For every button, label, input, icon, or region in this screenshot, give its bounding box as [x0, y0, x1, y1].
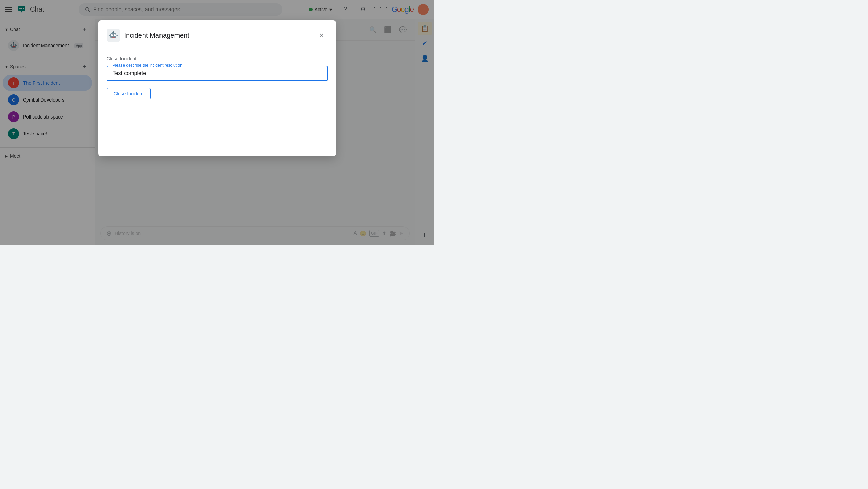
- modal-section-title: Close Incident: [107, 56, 328, 61]
- modal-header: Incident Management ✕: [107, 29, 328, 48]
- svg-rect-21: [116, 35, 118, 36]
- incident-management-modal: Incident Management ✕ Close Incident Ple…: [98, 20, 336, 156]
- svg-rect-17: [112, 37, 115, 38]
- modal-input-wrapper: Please describe the incident resolution: [107, 66, 328, 81]
- modal-overlay[interactable]: Incident Management ✕ Close Incident Ple…: [0, 0, 434, 244]
- svg-point-19: [113, 31, 114, 33]
- incident-resolution-input[interactable]: [113, 70, 322, 76]
- modal-title: Incident Management: [124, 32, 312, 39]
- close-incident-button[interactable]: Close Incident: [107, 88, 151, 99]
- modal-close-button[interactable]: ✕: [316, 29, 328, 41]
- svg-rect-16: [114, 34, 116, 36]
- svg-rect-20: [109, 35, 110, 36]
- modal-robot-icon: [107, 29, 120, 42]
- modal-body: Close Incident Please describe the incid…: [107, 56, 328, 99]
- modal-input-label: Please describe the incident resolution: [111, 63, 184, 68]
- svg-rect-15: [111, 34, 113, 36]
